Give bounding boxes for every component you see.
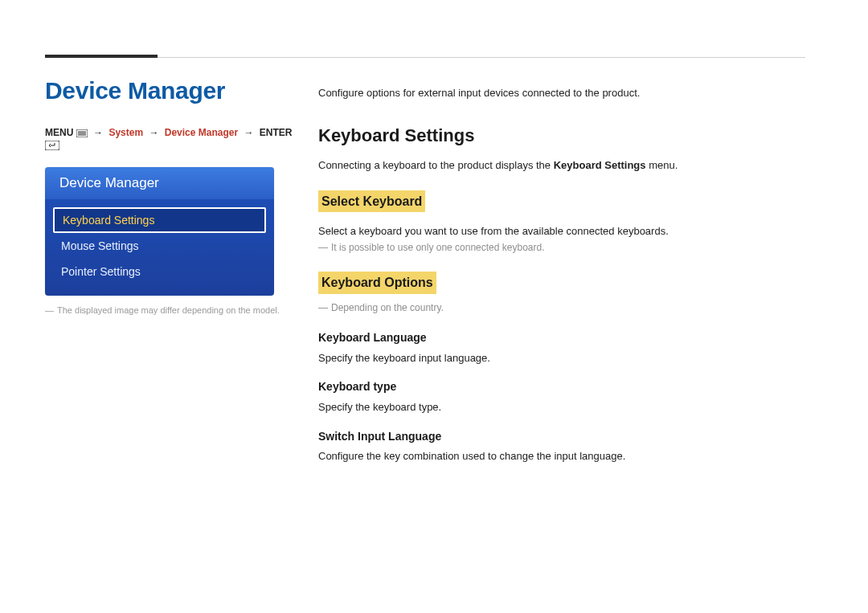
section-desc-bold: Keyboard Settings	[554, 159, 646, 171]
breadcrumb-menu: MENU	[45, 127, 73, 138]
panel-item-keyboard-settings[interactable]: Keyboard Settings	[53, 207, 266, 233]
breadcrumb: MENU → System → Device Manager → ENTER	[45, 127, 294, 153]
section-desc-suffix: menu.	[646, 159, 678, 171]
keyboard-options-heading: Keyboard Options	[318, 272, 436, 294]
option-title: Keyboard type	[318, 378, 805, 395]
select-keyboard-note: It is possible to use only one connected…	[318, 240, 805, 255]
select-keyboard-heading: Select Keyboard	[318, 190, 425, 213]
keyboard-options-note: Depending on the country.	[318, 300, 805, 316]
arrow-icon: →	[149, 127, 158, 138]
option-desc: Specify the keyboard input language.	[318, 350, 805, 367]
panel-item-pointer-settings[interactable]: Pointer Settings	[53, 259, 266, 284]
section-tab-marker	[45, 55, 158, 58]
select-keyboard-desc: Select a keyboard you want to use from t…	[318, 223, 805, 240]
section-desc-prefix: Connecting a keyboard to the product dis…	[318, 159, 554, 171]
section-desc: Connecting a keyboard to the product dis…	[318, 157, 805, 174]
option-title: Keyboard Language	[318, 329, 805, 346]
menu-icon	[76, 129, 88, 140]
page-title: Device Manager	[45, 77, 294, 104]
arrow-icon: →	[93, 127, 103, 138]
breadcrumb-system: System	[108, 127, 143, 138]
intro-text: Configure options for external input dev…	[318, 85, 805, 102]
enter-icon	[45, 141, 59, 153]
panel-item-mouse-settings[interactable]: Mouse Settings	[53, 233, 266, 259]
breadcrumb-device-manager: Device Manager	[165, 127, 238, 138]
menu-panel: Device Manager Keyboard Settings Mouse S…	[45, 167, 274, 296]
option-title: Switch Input Language	[318, 427, 805, 445]
arrow-icon: →	[244, 127, 254, 138]
model-disclaimer: The displayed image may differ depending…	[45, 305, 294, 315]
top-divider	[45, 57, 805, 58]
option-desc: Specify the keyboard type.	[318, 399, 805, 416]
breadcrumb-enter: ENTER	[260, 127, 293, 138]
panel-header: Device Manager	[45, 167, 274, 199]
option-desc: Configure the key combination used to ch…	[318, 448, 805, 465]
section-title: Keyboard Settings	[318, 121, 805, 149]
